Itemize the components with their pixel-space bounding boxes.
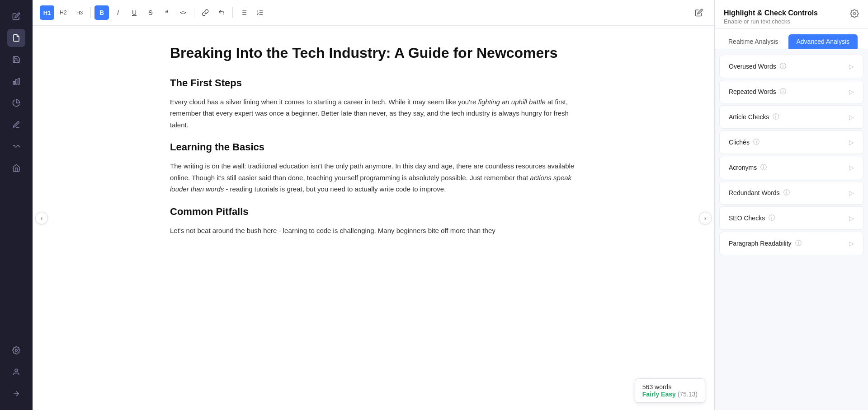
bold-button[interactable]: B [94,5,109,20]
editor-content-area[interactable]: ‹ › Breaking Into the Tech Industry: A G… [33,26,714,410]
right-panel: Highlight & Check Controls Enable or run… [714,0,868,410]
check-item-seo-checks-arrow[interactable]: ▷ [849,214,854,222]
check-item-paragraph-readability-left: Paragraph Readability ⓘ [729,239,802,247]
heading1-button[interactable]: H1 [40,5,54,20]
check-item-acronyms[interactable]: Acronyms ⓘ ▷ [719,156,863,179]
heading3-button[interactable]: H3 [72,5,87,20]
sidebar [0,0,33,410]
sidebar-icon-arrow-right[interactable] [7,385,25,403]
check-item-cliches-arrow[interactable]: ▷ [849,139,854,146]
check-item-redundant-words[interactable]: Redundant Words ⓘ ▷ [719,181,863,205]
sidebar-icon-wave[interactable] [7,137,25,155]
check-item-redundant-words-left: Redundant Words ⓘ [729,189,790,197]
editor-toolbar: H1 H2 H3 B I U S ❝ <> [33,0,714,26]
panel-gear-icon[interactable] [850,9,859,20]
editor-content: Breaking Into the Tech Industry: A Guide… [170,44,577,236]
reading-level-label: Fairly Easy [642,391,676,398]
check-item-article-checks-info[interactable]: ⓘ [773,113,779,121]
svg-rect-0 [13,81,14,84]
sidebar-icon-edit[interactable] [7,7,25,25]
svg-point-4 [15,369,18,372]
word-count-badge: 563 words Fairly Easy (75.13) [635,378,705,403]
check-item-paragraph-readability-label: Paragraph Readability [729,240,792,247]
check-item-cliches-info[interactable]: ⓘ [753,138,760,146]
check-item-article-checks[interactable]: Article Checks ⓘ ▷ [719,105,863,129]
toolbar-divider-1 [90,7,91,18]
sidebar-icon-user[interactable] [7,363,25,381]
tab-realtime-analysis[interactable]: Realtime Analysis [720,34,787,49]
panel-subtitle: Enable or run text checks [724,18,818,25]
list-ordered-button[interactable] [253,5,267,20]
section-heading-3: Common Pitfalls [170,206,577,218]
section-3-text-plain: Let's not beat around the bush here - le… [170,227,495,234]
reading-level: Fairly Easy (75.13) [642,391,698,398]
section-2-paragraph: The writing is on the wall: traditional … [170,160,577,195]
section-2-text-after: - reading tutorials is great, but you ne… [224,185,446,193]
section-heading-1: The First Steps [170,77,577,89]
editor-main: H1 H2 H3 B I U S ❝ <> ‹ › [33,0,714,410]
sidebar-icon-marker[interactable] [7,116,25,134]
code-button[interactable]: <> [176,5,190,20]
check-item-acronyms-arrow[interactable]: ▷ [849,164,854,171]
sidebar-icon-document[interactable] [7,29,25,47]
panel-title: Highlight & Check Controls [724,9,818,17]
check-item-redundant-words-arrow[interactable]: ▷ [849,189,854,196]
word-count-number: 563 words [642,383,698,391]
check-item-repeated-words-label: Repeated Words [729,88,776,95]
check-item-repeated-words-arrow[interactable]: ▷ [849,88,854,95]
check-item-paragraph-readability[interactable]: Paragraph Readability ⓘ ▷ [719,232,863,255]
svg-point-15 [854,13,856,15]
underline-button[interactable]: U [127,5,142,20]
check-item-overused-words-left: Overused Words ⓘ [729,62,786,70]
check-item-repeated-words-left: Repeated Words ⓘ [729,88,786,96]
pencil-edit-button[interactable] [691,5,707,21]
check-item-redundant-words-label: Redundant Words [729,189,780,196]
article-title[interactable]: Breaking Into the Tech Industry: A Guide… [170,44,577,63]
italic-button[interactable]: I [111,5,125,20]
sidebar-icon-chart-bar[interactable] [7,72,25,90]
sidebar-icon-home[interactable] [7,159,25,177]
check-item-cliches[interactable]: Clichés ⓘ ▷ [719,130,863,154]
section-heading-2: Learning the Basics [170,141,577,153]
check-item-seo-checks[interactable]: SEO Checks ⓘ ▷ [719,206,863,230]
check-item-overused-words[interactable]: Overused Words ⓘ ▷ [719,55,863,78]
checks-list: Overused Words ⓘ ▷ Repeated Words ⓘ ▷ Ar… [715,49,868,410]
undo-button[interactable] [214,5,229,20]
check-item-seo-checks-info[interactable]: ⓘ [769,214,775,222]
check-item-overused-words-info[interactable]: ⓘ [780,62,786,70]
svg-point-3 [15,349,18,352]
sidebar-icon-settings[interactable] [7,341,25,359]
check-item-repeated-words[interactable]: Repeated Words ⓘ ▷ [719,80,863,103]
section-1-text-before: Every cloud has a silver lining when it … [170,98,478,106]
panel-header-text: Highlight & Check Controls Enable or run… [724,9,818,25]
nav-arrow-left[interactable]: ‹ [35,212,48,224]
toolbar-divider-3 [232,7,233,18]
reading-level-score: (75.13) [678,391,698,398]
list-bullet-button[interactable] [236,5,251,20]
nav-arrow-right[interactable]: › [699,212,712,224]
tab-advanced-analysis[interactable]: Advanced Analysis [788,34,858,49]
quote-button[interactable]: ❝ [160,5,174,20]
heading2-button[interactable]: H2 [56,5,71,20]
panel-header: Highlight & Check Controls Enable or run… [715,0,868,29]
section-1-paragraph: Every cloud has a silver lining when it … [170,96,577,131]
check-item-acronyms-info[interactable]: ⓘ [760,163,767,172]
svg-rect-2 [18,78,19,84]
check-item-paragraph-readability-info[interactable]: ⓘ [795,239,802,247]
check-item-redundant-words-info[interactable]: ⓘ [783,189,790,197]
link-button[interactable] [198,5,212,20]
check-item-overused-words-arrow[interactable]: ▷ [849,63,854,70]
strikethrough-button[interactable]: S [143,5,158,20]
check-item-overused-words-label: Overused Words [729,63,776,70]
check-item-article-checks-arrow[interactable]: ▷ [849,113,854,121]
sidebar-icon-chart-pie[interactable] [7,94,25,112]
check-item-seo-checks-left: SEO Checks ⓘ [729,214,775,222]
toolbar-divider-2 [194,7,194,18]
check-item-article-checks-left: Article Checks ⓘ [729,113,779,121]
check-item-cliches-label: Clichés [729,139,750,146]
panel-tabs: Realtime Analysis Advanced Analysis [715,29,868,49]
check-item-article-checks-label: Article Checks [729,113,769,121]
check-item-paragraph-readability-arrow[interactable]: ▷ [849,240,854,247]
check-item-repeated-words-info[interactable]: ⓘ [780,88,786,96]
sidebar-icon-save[interactable] [7,51,25,69]
